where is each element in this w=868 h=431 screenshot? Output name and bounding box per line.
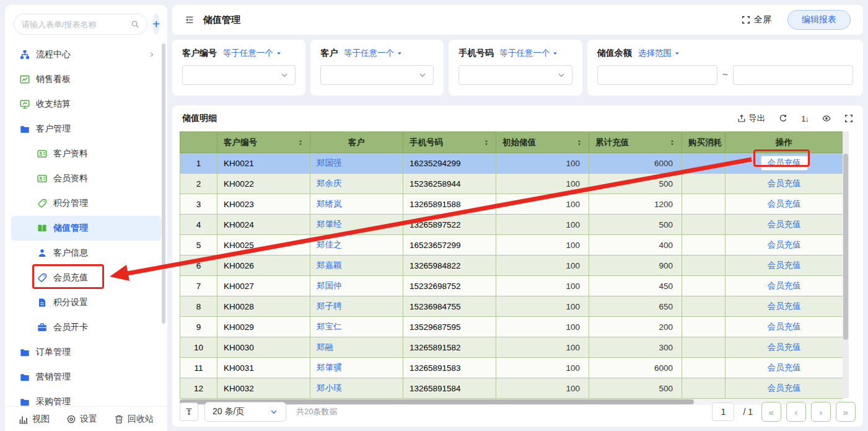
member-recharge-button[interactable]: 会员充值 (768, 179, 801, 188)
column-header-initial[interactable]: 初始储值 (496, 132, 589, 153)
member-recharge-button[interactable]: 会员充值 (768, 281, 801, 290)
sidebar-item-member-data[interactable]: 会员资料 (11, 166, 161, 191)
cell-total-recharge: 6000 (589, 153, 682, 174)
customer-name-link[interactable]: 郑肇经 (317, 220, 342, 229)
customer-name-link[interactable]: 郑小瑛 (317, 383, 342, 393)
customer-name-link[interactable]: 郑肇骥 (317, 363, 342, 372)
sidebar-footer-recycle-bin[interactable]: 回收站 (114, 414, 154, 425)
filter-value-select[interactable] (458, 65, 572, 85)
next-page-button[interactable]: › (811, 402, 831, 422)
page: + 流程中心销售看板收支结算客户管理客户资料会员资料积分管理储值管理客户信息会员… (0, 0, 868, 431)
caret-down-icon (674, 50, 680, 56)
book-icon (37, 223, 47, 233)
sidebar-search-row: + (5, 5, 167, 37)
cell-customer-code: KH0030 (217, 337, 310, 358)
customer-name-link[interactable]: 郑嘉颖 (317, 260, 342, 270)
sidebar-item-stored-value-management[interactable]: 储值管理 (11, 216, 161, 241)
cell-total-recharge: 400 (589, 235, 682, 255)
customer-name-link[interactable]: 郑子聘 (317, 301, 342, 311)
first-page-button[interactable]: « (761, 402, 781, 422)
prev-page-button[interactable]: ‹ (786, 402, 806, 422)
cell-customer-name: 郑小瑛 (310, 378, 403, 399)
sidebar-item-customer-management[interactable]: 客户管理 (11, 117, 161, 141)
sidebar-item-points-management[interactable]: 积分管理 (11, 191, 161, 216)
column-header-label: 累计充值 (595, 137, 629, 148)
filter-operator-dropdown[interactable]: 等于任意一个 (344, 48, 403, 59)
sort-icon (297, 140, 304, 146)
filter-operator-dropdown[interactable]: 等于任意一个 (223, 48, 282, 59)
column-header-code[interactable]: 客户编号 (217, 132, 310, 153)
sidebar-item-process-center[interactable]: 流程中心 (11, 42, 161, 67)
filter-operator-dropdown[interactable]: 等于任意一个 (499, 48, 558, 59)
sidebar-item-customer-info[interactable]: 客户信息 (11, 241, 161, 265)
collapse-sidebar-icon[interactable] (185, 15, 195, 25)
member-recharge-button[interactable]: 会员充值 (768, 383, 801, 393)
search-input[interactable] (22, 20, 131, 29)
table-row: 11KH0031郑肇骥132658915831006000会员充值 (180, 358, 843, 378)
member-recharge-button[interactable]: 会员充值 (768, 301, 801, 311)
search-box[interactable] (14, 14, 147, 35)
member-recharge-button[interactable]: 会员充值 (768, 322, 801, 331)
member-recharge-button[interactable]: 会员充值 (768, 260, 801, 270)
member-recharge-button[interactable]: 会员充值 (768, 342, 801, 352)
filter-card-balance: 储值余额选择范围~ (587, 40, 863, 96)
edit-report-button[interactable]: 编辑报表 (787, 10, 851, 30)
member-recharge-button[interactable]: 会员充值 (768, 220, 801, 229)
sidebar-item-member-card-opening[interactable]: 会员开卡 (11, 315, 161, 340)
member-recharge-button[interactable]: 会员充值 (761, 156, 808, 171)
table-fullscreen-button[interactable] (844, 114, 853, 123)
member-recharge-button[interactable]: 会员充值 (768, 199, 801, 208)
last-page-button[interactable]: » (836, 402, 856, 422)
sidebar-scrollbar[interactable] (162, 43, 165, 324)
customer-name-link[interactable]: 郑余庆 (317, 179, 342, 188)
filter-value-select[interactable] (320, 65, 434, 85)
sidebar-footer-settings[interactable]: 设置 (66, 414, 97, 425)
customer-name-link[interactable]: 郑国强 (317, 158, 342, 167)
sidebar-item-customer-data[interactable]: 客户资料 (11, 141, 161, 166)
filter-head: 储值余额选择范围 (597, 48, 853, 59)
cell-index: 4 (180, 215, 217, 235)
range-min-input[interactable] (597, 65, 717, 85)
cell-customer-code: KH0024 (217, 215, 310, 235)
sidebar-item-points-settings[interactable]: 积分设置 (11, 290, 161, 315)
customer-name-link[interactable]: 郑佳之 (317, 240, 342, 249)
sidebar-item-marketing-management[interactable]: 营销管理 (11, 365, 161, 389)
page-number-input[interactable] (712, 402, 734, 421)
sort-order-button[interactable]: 1↓ (801, 114, 809, 123)
cell-customer-name: 郑嘉颖 (310, 255, 403, 276)
filter-value-select[interactable] (182, 65, 296, 85)
page-size-select[interactable]: 20 条/页 (204, 402, 286, 422)
sidebar-item-sales-dashboard[interactable]: 销售看板 (11, 67, 161, 92)
column-header-phone[interactable]: 手机号码 (403, 132, 496, 153)
cell-action: 会员充值 (726, 255, 843, 276)
cell-index: 8 (180, 296, 217, 317)
export-button[interactable]: 导出 (737, 113, 765, 124)
column-visibility-button[interactable] (822, 114, 831, 123)
caret-down-icon (397, 50, 403, 56)
sidebar-item-income-settlement[interactable]: 收支结算 (11, 92, 161, 117)
range-max-input[interactable] (733, 65, 853, 85)
sidebar-item-order-management[interactable]: 订单管理 (11, 340, 161, 365)
add-button[interactable]: + (152, 14, 160, 35)
member-recharge-button[interactable]: 会员充值 (768, 240, 801, 249)
trash-icon (114, 414, 124, 424)
fullscreen-control[interactable]: 全屏 (742, 14, 771, 25)
cell-phone: 16523657299 (403, 235, 496, 255)
column-header-total[interactable]: 累计充值 (589, 132, 682, 153)
cell-index: 12 (180, 378, 217, 399)
cell-total-recharge: 500 (589, 378, 682, 399)
refresh-button[interactable] (779, 114, 787, 123)
sidebar-nav: 流程中心销售看板收支结算客户管理客户资料会员资料积分管理储值管理客户信息会员充值… (5, 37, 167, 414)
sidebar-footer-views[interactable]: 视图 (19, 414, 50, 425)
row-height-button[interactable] (180, 402, 198, 421)
cell-purchase-consume (682, 215, 726, 235)
customer-name-link[interactable]: 郑宝仁 (317, 322, 342, 331)
sidebar-item-member-recharge[interactable]: 会员充值 (11, 265, 161, 290)
customer-name-link[interactable]: 郑国仲 (317, 281, 342, 290)
table-row: 10KH0030郑融13265891582100300会员充值 (180, 337, 843, 358)
member-recharge-button[interactable]: 会员充值 (768, 363, 801, 372)
vertical-scrollbar-thumb[interactable] (843, 154, 848, 340)
customer-name-link[interactable]: 郑绪岚 (317, 199, 342, 208)
filter-operator-dropdown[interactable]: 选择范围 (638, 48, 680, 59)
customer-name-link[interactable]: 郑融 (317, 342, 333, 352)
